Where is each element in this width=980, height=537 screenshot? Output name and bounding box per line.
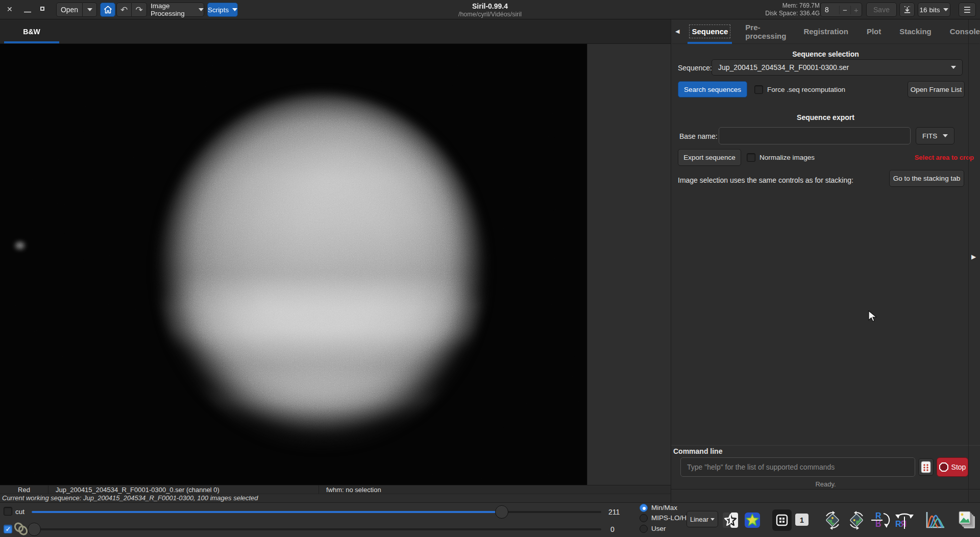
tab-sequence-label: Sequence [692, 27, 728, 36]
open-frame-list-label: Open Frame List [911, 86, 962, 93]
stop-button-label: Stop [951, 463, 966, 471]
siril-window: ✕ — Open ↶ ↷ Image Processing Scripts [0, 0, 980, 537]
high-value: 211 [608, 508, 620, 516]
spin-decrement-button[interactable]: − [839, 6, 850, 14]
close-window-icon[interactable]: ✕ [7, 6, 13, 13]
plus-icon: + [854, 6, 859, 14]
svg-text:R: R [900, 520, 906, 528]
base-name-input[interactable] [719, 127, 911, 144]
scripts-menu-button[interactable]: Scripts [207, 3, 238, 17]
save-button[interactable]: Save [866, 3, 897, 17]
image-processing-label: Image Processing [151, 2, 195, 17]
grid-view-button[interactable] [772, 509, 792, 531]
chain-link-icon [14, 522, 28, 535]
flip-horizontal-icon: R R [893, 510, 916, 530]
bottom-display-bar: cut 211 0 Min/Max MIPS-LO/HI User Linear [0, 502, 980, 537]
minus-icon: − [843, 6, 847, 14]
grid-view-icon [776, 514, 788, 526]
sequence-image-list-button[interactable] [957, 510, 977, 530]
minimize-window-icon[interactable]: — [24, 8, 31, 15]
command-reference-button[interactable] [918, 458, 934, 476]
low-slider-thumb[interactable] [28, 523, 41, 536]
display-mode-value: Linear [690, 516, 708, 523]
statusbar-fwhm: fwhm: no selection [319, 485, 671, 494]
display-mode-dropdown[interactable]: Linear [687, 511, 718, 527]
go-to-stacking-tab-button[interactable]: Go to the stacking tab [889, 170, 964, 187]
command-line-heading: Command line [673, 447, 722, 455]
open-button[interactable]: Open [56, 3, 83, 17]
high-slider-thumb[interactable] [495, 505, 508, 519]
image-noise-overlay [0, 44, 587, 485]
tab-plot[interactable]: Plot [862, 19, 886, 44]
tab-bw-channel[interactable]: B&W [4, 19, 59, 43]
statusbar-filename: Jup_200415_204534_R_F0001-0300_0.ser (ch… [48, 485, 319, 494]
stop-button[interactable]: Stop [937, 457, 968, 477]
normalize-images-checkbox[interactable] [747, 153, 755, 162]
home-button[interactable] [100, 3, 115, 17]
bit-depth-value: 16 bits [920, 6, 940, 14]
chevron-down-icon [199, 8, 204, 11]
user-radio[interactable] [640, 525, 648, 533]
flip-horizontal-button[interactable]: R R [893, 510, 916, 530]
save-as-button[interactable] [899, 3, 915, 17]
bit-depth-dropdown[interactable]: 16 bits [918, 3, 950, 17]
rainbow-star-icon [744, 512, 761, 528]
redo-button[interactable]: ↷ [132, 3, 147, 17]
viewer-statusbar: Red Jup_200415_204534_R_F0001-0300_0.ser… [0, 485, 671, 494]
spin-increment-button[interactable]: + [850, 6, 862, 14]
sequence-export-heading: Sequence export [671, 113, 980, 121]
hamburger-menu-button[interactable]: ☰ [959, 3, 976, 17]
rotate-ccw-button[interactable] [822, 510, 843, 530]
false-color-button[interactable] [743, 510, 762, 530]
histogram-button[interactable] [924, 510, 946, 530]
command-line-input-wrap [680, 457, 915, 477]
tab-registration[interactable]: Registration [798, 19, 853, 44]
viewer-background [587, 44, 671, 485]
tab-plot-label: Plot [867, 27, 881, 36]
high-slider-fill [32, 511, 502, 513]
tab-stacking-label: Stacking [899, 27, 932, 36]
tab-pre-processing-label: Pre-processing [745, 23, 786, 40]
select-area-to-crop-warning: Select area to crop [915, 154, 974, 161]
system-info: Mem: 769.7M Disk Space: 336.4G [765, 2, 820, 17]
search-sequences-label: Search sequences [684, 86, 741, 93]
open-recent-dropdown[interactable] [83, 3, 97, 17]
mipslohi-radio[interactable] [640, 514, 648, 522]
image-processing-menu-button[interactable]: Image Processing [150, 3, 204, 17]
right-panel-bottom-divider [671, 489, 980, 490]
minmax-radio[interactable] [640, 504, 648, 512]
flip-vertical-button[interactable]: R R [870, 510, 891, 530]
export-format-dropdown[interactable]: FITS [916, 127, 954, 144]
panel-expand-handle-icon[interactable]: ▶ [971, 253, 976, 260]
sequence-dropdown[interactable]: Jup_200415_204534_R_F0001-0300.ser [712, 59, 963, 76]
image-canvas[interactable] [0, 44, 587, 485]
search-sequences-button[interactable]: Search sequences [678, 81, 747, 97]
tab-pre-processing[interactable]: Pre-processing [740, 19, 791, 44]
command-status-text: Ready. [671, 480, 980, 488]
disk-space: Disk Space: 336.4G [765, 10, 820, 17]
link-sliders-checkbox[interactable] [4, 525, 12, 533]
negative-view-button[interactable] [721, 510, 740, 530]
maximize-window-icon[interactable] [40, 7, 44, 11]
tab-console[interactable]: Console [945, 19, 980, 44]
tab-stacking[interactable]: Stacking [894, 19, 937, 44]
command-line-input[interactable] [681, 463, 915, 471]
zoom-spinbox[interactable]: 8 − + [820, 3, 862, 17]
low-slider-track[interactable] [32, 528, 601, 530]
force-seq-recomputation-label: Force .seq recomputation [767, 86, 845, 93]
tabs-scroll-left-icon[interactable]: ◀ [672, 28, 682, 35]
cut-checkbox[interactable] [4, 507, 12, 516]
working-directory-path: /home/cyril/Vidéos/siril [388, 11, 592, 18]
open-frame-list-button[interactable]: Open Frame List [908, 81, 965, 97]
memory-usage: Mem: 769.7M [765, 2, 820, 10]
chevron-down-icon [943, 8, 948, 11]
rotate-cw-button[interactable] [846, 510, 867, 530]
viewer-tabstrip: B&W [0, 19, 671, 44]
single-frame-button[interactable]: 1 [794, 512, 810, 527]
undo-button[interactable]: ↶ [116, 3, 132, 17]
tab-sequence[interactable]: Sequence [687, 19, 733, 44]
mouse-cursor [868, 310, 878, 323]
export-sequence-button[interactable]: Export sequence [678, 149, 741, 166]
open-button-label: Open [61, 6, 78, 14]
force-seq-recomputation-checkbox[interactable] [754, 85, 763, 94]
